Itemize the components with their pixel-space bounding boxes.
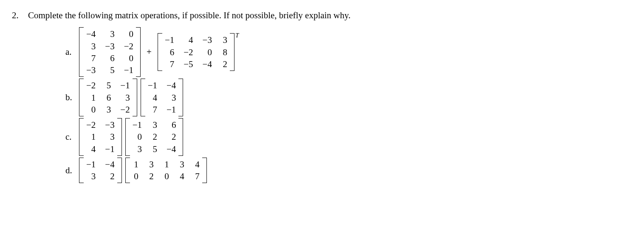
problem-prompt: Complete the following matrix operations… bbox=[28, 9, 632, 21]
matrix-body: −25−116303−2 bbox=[84, 79, 133, 116]
matrix-cell: −2 bbox=[86, 80, 96, 91]
left-bracket-icon bbox=[79, 27, 84, 77]
right-bracket-icon bbox=[117, 118, 122, 156]
matrix-cell: −1 bbox=[167, 104, 176, 115]
math-expression: −4303−3−2760−35−1+−14−336−2087−5−42T bbox=[79, 27, 239, 77]
page: 2. Complete the following matrix operati… bbox=[0, 0, 644, 237]
matrix-cell: 7 bbox=[194, 171, 200, 182]
matrix-body: −2−3134−1 bbox=[84, 118, 117, 156]
matrix-cell: −2 bbox=[124, 41, 133, 52]
matrix-cell: 3 bbox=[133, 144, 142, 155]
matrix-cell: 0 bbox=[124, 53, 133, 64]
matrix-cell: 0 bbox=[124, 28, 133, 40]
matrix-cell: −1 bbox=[86, 159, 96, 170]
right-bracket-icon bbox=[133, 79, 137, 116]
matrix-cell: 0 bbox=[203, 47, 212, 58]
matrix-cell: 0 bbox=[163, 171, 169, 182]
matrix-body: −1−4437−1 bbox=[145, 79, 179, 116]
matrix-cell: −5 bbox=[184, 59, 193, 70]
part-label: b. bbox=[65, 92, 79, 103]
matrix-cell: 2 bbox=[151, 131, 157, 142]
matrix-cell: 6 bbox=[167, 119, 176, 130]
part: b.−25−116303−2−1−4437−1 bbox=[65, 79, 632, 116]
matrix-body: −1−432 bbox=[84, 158, 117, 183]
matrix-cell: 4 bbox=[86, 144, 96, 155]
matrix-cell: −3 bbox=[86, 65, 96, 76]
right-bracket-icon bbox=[178, 79, 183, 116]
matrix-cell: 4 bbox=[184, 34, 193, 45]
matrix-cell: 3 bbox=[86, 41, 96, 52]
math-expression: −1−4321313402047 bbox=[79, 158, 207, 183]
matrix-cell: 5 bbox=[105, 80, 111, 91]
part: d.−1−4321313402047 bbox=[65, 158, 632, 183]
matrix-cell: 7 bbox=[165, 59, 174, 70]
matrix-cell: 4 bbox=[148, 92, 157, 103]
matrix-cell: 3 bbox=[221, 34, 227, 45]
matrix-cell: −4 bbox=[105, 159, 114, 170]
matrix-cell: 2 bbox=[221, 59, 227, 70]
right-bracket-icon bbox=[117, 158, 122, 183]
matrix-cell: 6 bbox=[165, 47, 174, 58]
matrix-cell: 4 bbox=[178, 171, 184, 182]
part-label: c. bbox=[65, 132, 79, 142]
part-label: d. bbox=[65, 165, 79, 176]
matrix: −1−432 bbox=[79, 158, 122, 183]
left-bracket-icon bbox=[79, 79, 84, 116]
matrix-cell: −3 bbox=[203, 34, 212, 45]
matrix-cell: −1 bbox=[148, 80, 157, 91]
matrix: −13602235−4 bbox=[125, 118, 184, 156]
part-label: a. bbox=[65, 47, 79, 57]
matrix: −4303−3−2760−35−1 bbox=[79, 27, 141, 77]
matrix-transpose: −14−336−2087−5−42T bbox=[158, 33, 239, 71]
right-bracket-icon bbox=[202, 158, 207, 183]
matrix-cell: −4 bbox=[167, 144, 176, 155]
matrix-body: −13602235−4 bbox=[130, 118, 179, 156]
matrix-cell: 0 bbox=[133, 131, 142, 142]
right-bracket-icon bbox=[230, 33, 234, 71]
left-bracket-icon bbox=[158, 33, 162, 71]
matrix-cell: −2 bbox=[86, 119, 96, 130]
left-bracket-icon bbox=[79, 158, 84, 183]
transpose-symbol: T bbox=[235, 32, 239, 39]
matrix-cell: 3 bbox=[105, 28, 114, 40]
matrix-cell: −1 bbox=[165, 34, 174, 45]
matrix: −25−116303−2 bbox=[79, 79, 137, 116]
matrix-cell: 7 bbox=[86, 53, 96, 64]
left-bracket-icon bbox=[125, 158, 130, 183]
math-expression: −25−116303−2−1−4437−1 bbox=[79, 79, 183, 116]
matrix-body: −14−336−2087−5−42 bbox=[162, 33, 230, 71]
matrix-cell: 3 bbox=[105, 131, 114, 142]
matrix: 1313402047 bbox=[125, 158, 207, 183]
matrix-body: 1313402047 bbox=[130, 158, 202, 183]
matrix-cell: 1 bbox=[133, 159, 138, 170]
part: a.−4303−3−2760−35−1+−14−336−2087−5−42T bbox=[65, 27, 632, 77]
matrix-cell: 5 bbox=[151, 144, 157, 155]
problem-body: Complete the following matrix operations… bbox=[28, 9, 632, 185]
matrix-cell: −4 bbox=[203, 59, 212, 70]
matrix-cell: 8 bbox=[221, 47, 227, 58]
operator: + bbox=[144, 47, 154, 57]
matrix-cell: 3 bbox=[86, 171, 96, 182]
left-bracket-icon bbox=[141, 79, 145, 116]
matrix-cell: −1 bbox=[133, 119, 142, 130]
matrix-cell: 3 bbox=[167, 92, 176, 103]
problem-number: 2. bbox=[12, 9, 20, 21]
matrix-cell: −2 bbox=[120, 104, 130, 115]
matrix-cell: 4 bbox=[194, 159, 200, 170]
problem: 2. Complete the following matrix operati… bbox=[12, 9, 632, 185]
matrix-cell: −3 bbox=[105, 119, 114, 130]
matrix-cell: 1 bbox=[86, 131, 96, 142]
matrix-cell: 2 bbox=[167, 131, 176, 142]
matrix: −1−4437−1 bbox=[141, 79, 184, 116]
matrix-cell: −2 bbox=[184, 47, 193, 58]
matrix-cell: 0 bbox=[86, 104, 96, 115]
matrix-cell: 3 bbox=[151, 119, 157, 130]
matrix-cell: 7 bbox=[148, 104, 157, 115]
left-bracket-icon bbox=[125, 118, 130, 156]
matrix-cell: −4 bbox=[167, 80, 176, 91]
matrix-cell: 6 bbox=[105, 92, 111, 103]
right-bracket-icon bbox=[136, 27, 141, 77]
matrix-cell: 3 bbox=[120, 92, 130, 103]
part: c.−2−3134−1−13602235−4 bbox=[65, 118, 632, 156]
matrix-cell: 3 bbox=[105, 104, 111, 115]
